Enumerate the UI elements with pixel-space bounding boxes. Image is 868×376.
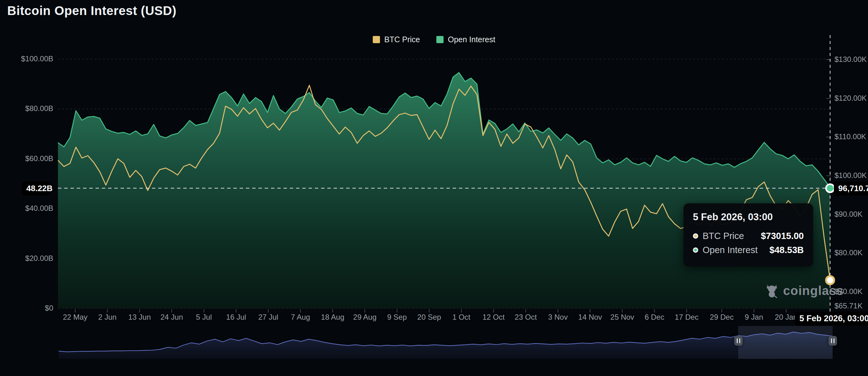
tooltip-row-open-interest: Open Interest $48.53B bbox=[693, 245, 804, 255]
navigator-right-handle[interactable] bbox=[829, 336, 837, 346]
tooltip-value-open-interest: $48.53B bbox=[769, 245, 804, 255]
navigator-left-handle[interactable] bbox=[734, 336, 743, 346]
crosshair-right-value-pill: 96,710.76 bbox=[834, 181, 868, 196]
coinglass-watermark-text: coinglass bbox=[783, 284, 844, 298]
tooltip-label-btc-price: BTC Price bbox=[703, 231, 761, 241]
tooltip: 5 Feb 2026, 03:00 BTC Price $73015.00 Op… bbox=[683, 203, 813, 267]
tooltip-label-open-interest: Open Interest bbox=[703, 245, 769, 255]
tooltip-value-btc-price: $73015.00 bbox=[761, 231, 804, 241]
tooltip-title: 5 Feb 2026, 03:00 bbox=[693, 211, 804, 223]
tooltip-row-btc-price: BTC Price $73015.00 bbox=[693, 231, 804, 241]
main-chart-canvas[interactable] bbox=[0, 0, 868, 376]
crosshair-date-pill: 5 Feb 2026, 03:00 bbox=[795, 312, 868, 326]
open-interest-dot-icon bbox=[693, 247, 698, 253]
btc-price-dot-icon bbox=[693, 233, 698, 239]
coinglass-bull-icon bbox=[764, 282, 780, 299]
coinglass-watermark: coinglass bbox=[764, 282, 844, 299]
crosshair-left-value-pill: 48.22B bbox=[22, 181, 50, 196]
